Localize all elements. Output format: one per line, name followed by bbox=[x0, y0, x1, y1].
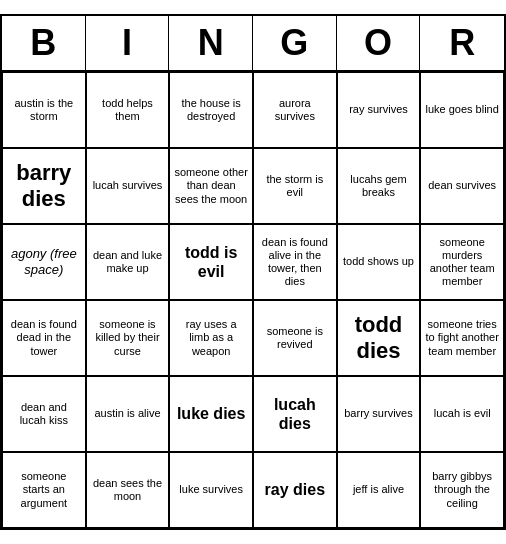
bingo-cell: dean survives bbox=[420, 148, 504, 224]
bingo-cell: someone other than dean sees the moon bbox=[169, 148, 253, 224]
bingo-cell: dean and luke make up bbox=[86, 224, 170, 300]
bingo-cell: luke dies bbox=[169, 376, 253, 452]
bingo-cell: dean is found alive in the tower, then d… bbox=[253, 224, 337, 300]
bingo-cell: aurora survives bbox=[253, 72, 337, 148]
bingo-cell: someone tries to fight another team memb… bbox=[420, 300, 504, 376]
bingo-cell: austin is the storm bbox=[2, 72, 86, 148]
header-letter: B bbox=[2, 16, 86, 70]
bingo-cell: someone starts an argument bbox=[2, 452, 86, 528]
bingo-cell: someone is revived bbox=[253, 300, 337, 376]
bingo-cell: lucahs gem breaks bbox=[337, 148, 421, 224]
bingo-cell: ray dies bbox=[253, 452, 337, 528]
bingo-cell: dean is found dead in the tower bbox=[2, 300, 86, 376]
bingo-cell: dean sees the moon bbox=[86, 452, 170, 528]
bingo-cell: lucah is evil bbox=[420, 376, 504, 452]
bingo-cell: todd dies bbox=[337, 300, 421, 376]
header-letter: R bbox=[420, 16, 504, 70]
bingo-cell: luke survives bbox=[169, 452, 253, 528]
bingo-cell: someone is killed by their curse bbox=[86, 300, 170, 376]
bingo-cell: agony (free space) bbox=[2, 224, 86, 300]
bingo-cell: dean and lucah kiss bbox=[2, 376, 86, 452]
bingo-cell: austin is alive bbox=[86, 376, 170, 452]
bingo-cell: todd is evil bbox=[169, 224, 253, 300]
bingo-card: BINGOR austin is the stormtodd helps the… bbox=[0, 14, 506, 530]
header-letter: O bbox=[337, 16, 421, 70]
bingo-cell: ray uses a limb as a weapon bbox=[169, 300, 253, 376]
bingo-cell: the house is destroyed bbox=[169, 72, 253, 148]
bingo-cell: jeff is alive bbox=[337, 452, 421, 528]
header-letter: G bbox=[253, 16, 337, 70]
bingo-grid: austin is the stormtodd helps themthe ho… bbox=[2, 72, 504, 528]
bingo-cell: todd shows up bbox=[337, 224, 421, 300]
header-letter: I bbox=[86, 16, 170, 70]
bingo-header: BINGOR bbox=[2, 16, 504, 72]
bingo-cell: barry dies bbox=[2, 148, 86, 224]
bingo-cell: todd helps them bbox=[86, 72, 170, 148]
bingo-cell: ray survives bbox=[337, 72, 421, 148]
header-letter: N bbox=[169, 16, 253, 70]
bingo-cell: lucah dies bbox=[253, 376, 337, 452]
bingo-cell: someone murders another team member bbox=[420, 224, 504, 300]
bingo-cell: the storm is evil bbox=[253, 148, 337, 224]
bingo-cell: barry gibbys through the ceiling bbox=[420, 452, 504, 528]
bingo-cell: luke goes blind bbox=[420, 72, 504, 148]
bingo-cell: lucah survives bbox=[86, 148, 170, 224]
bingo-cell: barry survives bbox=[337, 376, 421, 452]
